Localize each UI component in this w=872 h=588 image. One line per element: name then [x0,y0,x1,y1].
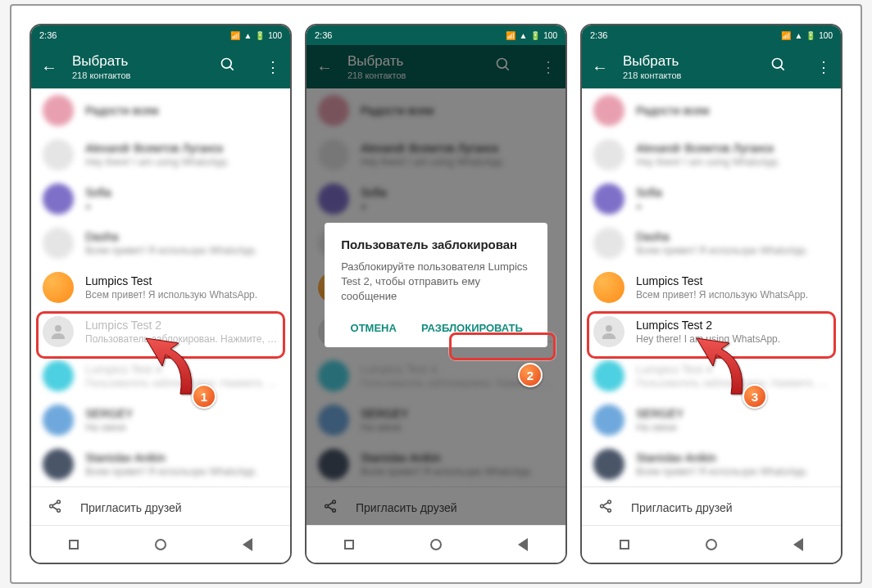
svg-line-25 [603,503,608,506]
page-subtitle: 218 контактов [72,70,190,80]
svg-line-20 [781,67,784,70]
status-icons: 📶 ▲ 🔋 100 [230,31,282,40]
list-item-lumpics-test[interactable]: Lumpics TestВсем привет! Я использую Wha… [31,265,290,310]
menu-icon[interactable]: ⋮ [816,58,831,76]
battery-pct: 100 [543,31,557,40]
avatar [43,183,74,215]
android-navbar [307,525,565,563]
unblock-button[interactable]: РАЗБЛОКИРОВАТЬ [413,315,531,341]
list-item[interactable]: Alexandr Всемтов ЛуганскHey there! I am … [31,133,290,177]
recent-apps-icon[interactable] [344,540,354,550]
tutorial-badge-1: 1 [192,384,216,409]
back-nav-icon[interactable] [518,538,528,551]
search-icon[interactable] [220,57,236,77]
android-navbar [582,525,841,563]
svg-line-7 [52,507,57,510]
avatar [43,139,74,170]
avatar [43,405,74,436]
search-icon[interactable] [770,57,787,77]
back-icon[interactable]: ← [592,59,608,75]
page-title: Выбрать [72,53,190,70]
battery-icon: 🔋 [806,31,815,40]
status-time: 2:36 [315,30,332,40]
status-time: 2:36 [39,30,57,40]
battery-pct: 100 [819,31,833,40]
contact-status: Всем привет! Я использую WhatsApp. [85,289,279,301]
svg-line-26 [603,507,608,510]
battery-icon: 🔋 [255,31,265,40]
battery-icon: 🔋 [530,31,540,40]
android-navbar [31,525,290,563]
status-time: 2:36 [590,30,607,40]
list-item[interactable]: DashaВсем привет! Я использую WhatsApp. [582,221,841,265]
status-bar: 2:36 📶 ▲ 🔋 100 [582,25,841,45]
signal-icon: 📶 [506,31,515,40]
svg-point-0 [222,59,232,69]
list-item[interactable]: Sofia● [582,177,841,221]
menu-icon[interactable]: ⋮ [266,58,280,76]
avatar [43,228,74,259]
list-item[interactable]: Lumpics Test 4Пользователь заблокирован.… [582,354,841,398]
invite-label: Пригласить друзей [80,501,182,514]
app-bar: ← Выбрать218 контактов ⋮ [582,45,841,88]
app-bar: ← Выбрать 218 контактов ⋮ [31,45,290,88]
signal-icon: 📶 [781,31,791,40]
back-nav-icon[interactable] [243,538,252,551]
wifi-icon: ▲ [519,31,527,40]
home-icon[interactable] [430,539,442,550]
list-item[interactable]: SERGEYНа связи [31,398,290,442]
avatar [43,316,74,347]
list-item[interactable]: Sofia● [31,177,290,221]
list-item[interactable]: DashaВсем привет! Я использую WhatsApp. [31,221,290,265]
recent-apps-icon[interactable] [620,540,629,550]
dialog-message: Разблокируйте пользователя Lumpics Test … [341,260,531,305]
wifi-icon: ▲ [794,31,802,40]
avatar [43,95,74,126]
unblock-dialog: Пользователь заблокирован Разблокируйте … [325,223,547,348]
avatar [43,272,74,303]
contact-name: Lumpics Test [85,274,279,287]
list-item-lumpics-test-2-blocked[interactable]: Lumpics Test 2Пользователь заблокирован.… [31,310,290,354]
list-item[interactable]: SERGEYНа связи [582,398,841,442]
invite-friends-button[interactable]: Пригласить друзей [31,487,290,525]
svg-point-21 [606,325,612,332]
invite-friends-button[interactable]: Пригласить друзей [582,487,841,525]
status-icons: 📶 ▲ 🔋 100 [781,31,833,40]
list-item[interactable]: Alexandr Всемтов ЛуганскHey there! I am … [582,133,841,177]
contact-status: Hey there! I am using WhatsApp. [636,333,829,345]
svg-line-1 [230,67,234,70]
contact-list[interactable]: Радости всем Alexandr Всемтов ЛуганскHey… [582,88,841,525]
avatar [43,449,74,480]
contact-status: Пользователь заблокирован. Нажмите, ч... [85,333,279,345]
svg-point-19 [773,59,783,69]
recent-apps-icon[interactable] [69,540,79,550]
footer-actions: Пригласить друзей Помощь с контактами [31,486,290,525]
status-bar: 2:36 📶 ▲ 🔋 100 [307,25,565,45]
home-icon[interactable] [155,539,166,550]
list-item[interactable]: Stanislav AnikinВсем привет! Я использую… [582,442,841,486]
svg-line-6 [52,503,57,506]
dialog-actions: ОТМЕНА РАЗБЛОКИРОВАТЬ [341,315,531,341]
cancel-button[interactable]: ОТМЕНА [343,315,405,341]
tutorial-badge-2: 2 [518,363,543,387]
back-icon[interactable]: ← [41,59,57,75]
share-icon [597,499,615,517]
home-icon[interactable] [706,539,717,550]
list-item[interactable]: Радости всем [31,88,290,133]
list-item[interactable]: Радости всем [582,88,841,133]
avatar [593,316,624,347]
battery-pct: 100 [268,31,282,40]
list-item[interactable]: Lumpics Test 4Пользователь заблокирован.… [31,354,290,398]
contact-list[interactable]: Радости всем Alexandr Всемтов ЛуганскHey… [31,88,290,525]
status-bar: 2:36 📶 ▲ 🔋 100 [31,25,290,45]
modal-overlay: Пользователь заблокирован Разблокируйте … [307,45,565,525]
list-item-lumpics-test-2-unblocked[interactable]: Lumpics Test 2Hey there! I am using What… [582,310,841,354]
svg-point-2 [55,325,61,332]
phone-screen-2: 2:36 📶 ▲ 🔋 100 ← Выбрать218 контактов ⋮ … [305,24,567,564]
tutorial-composite: 2:36 📶 ▲ 🔋 100 ← Выбрать 218 контактов ⋮… [10,4,862,584]
back-nav-icon[interactable] [793,538,803,551]
list-item[interactable]: Stanislav AnikinВсем привет! Я использую… [31,442,290,486]
list-item-lumpics-test[interactable]: Lumpics TestВсем привет! Я использую Wha… [582,265,841,310]
signal-icon: 📶 [230,31,240,40]
dialog-title: Пользователь заблокирован [341,237,531,251]
